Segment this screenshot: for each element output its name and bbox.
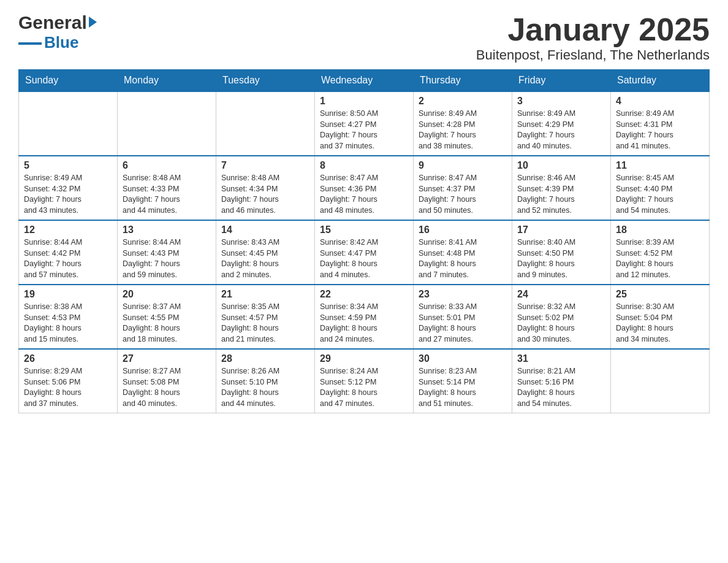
- day-number: 11: [616, 160, 704, 171]
- day-info: Sunrise: 8:33 AM Sunset: 5:01 PM Dayligh…: [419, 302, 507, 345]
- calendar-cell: [118, 91, 216, 156]
- calendar-cell: 9Sunrise: 8:47 AM Sunset: 4:37 PM Daylig…: [414, 156, 512, 220]
- calendar-cell: [19, 91, 118, 156]
- day-info: Sunrise: 8:24 AM Sunset: 5:12 PM Dayligh…: [320, 366, 408, 409]
- title-block: January 2025 Buitenpost, Friesland, The …: [476, 12, 710, 63]
- day-info: Sunrise: 8:48 AM Sunset: 4:33 PM Dayligh…: [123, 173, 211, 216]
- day-of-week-header: Tuesday: [216, 70, 315, 92]
- day-info: Sunrise: 8:44 AM Sunset: 4:43 PM Dayligh…: [123, 237, 211, 280]
- day-number: 15: [320, 224, 408, 236]
- day-info: Sunrise: 8:43 AM Sunset: 4:45 PM Dayligh…: [221, 237, 309, 280]
- day-info: Sunrise: 8:47 AM Sunset: 4:37 PM Dayligh…: [419, 173, 507, 216]
- day-info: Sunrise: 8:40 AM Sunset: 4:50 PM Dayligh…: [517, 237, 605, 280]
- day-number: 30: [419, 353, 507, 364]
- calendar-cell: [216, 91, 315, 156]
- day-info: Sunrise: 8:32 AM Sunset: 5:02 PM Dayligh…: [517, 302, 605, 345]
- page-title: January 2025: [476, 12, 710, 47]
- day-info: Sunrise: 8:26 AM Sunset: 5:10 PM Dayligh…: [221, 366, 309, 409]
- logo-blue-text: Blue: [44, 33, 78, 52]
- calendar-cell: 22Sunrise: 8:34 AM Sunset: 4:59 PM Dayli…: [315, 285, 414, 349]
- calendar-table: SundayMondayTuesdayWednesdayThursdayFrid…: [18, 69, 710, 413]
- day-number: 2: [419, 96, 507, 107]
- day-number: 6: [123, 160, 211, 171]
- day-info: Sunrise: 8:50 AM Sunset: 4:27 PM Dayligh…: [320, 109, 408, 151]
- day-info: Sunrise: 8:47 AM Sunset: 4:36 PM Dayligh…: [320, 173, 408, 216]
- calendar-cell: 16Sunrise: 8:41 AM Sunset: 4:48 PM Dayli…: [414, 220, 512, 285]
- day-of-week-header: Sunday: [19, 70, 118, 92]
- day-of-week-header: Thursday: [414, 70, 512, 92]
- logo-chevron-icon: [89, 17, 97, 28]
- day-info: Sunrise: 8:48 AM Sunset: 4:34 PM Dayligh…: [221, 173, 309, 216]
- day-number: 14: [221, 224, 309, 236]
- calendar-cell: 3Sunrise: 8:49 AM Sunset: 4:29 PM Daylig…: [512, 91, 611, 156]
- day-info: Sunrise: 8:44 AM Sunset: 4:42 PM Dayligh…: [24, 237, 112, 280]
- day-number: 19: [24, 289, 112, 300]
- calendar-cell: 28Sunrise: 8:26 AM Sunset: 5:10 PM Dayli…: [216, 349, 315, 413]
- page-header: General Blue January 2025 Buitenpost, Fr…: [18, 12, 710, 63]
- day-number: 29: [320, 353, 408, 364]
- day-number: 22: [320, 289, 408, 300]
- calendar-cell: 1Sunrise: 8:50 AM Sunset: 4:27 PM Daylig…: [315, 91, 414, 156]
- day-info: Sunrise: 8:46 AM Sunset: 4:39 PM Dayligh…: [517, 173, 605, 216]
- calendar-week-row: 26Sunrise: 8:29 AM Sunset: 5:06 PM Dayli…: [19, 349, 710, 413]
- calendar-cell: 24Sunrise: 8:32 AM Sunset: 5:02 PM Dayli…: [512, 285, 611, 349]
- day-number: 13: [123, 224, 211, 236]
- day-number: 27: [123, 353, 211, 364]
- calendar-cell: 13Sunrise: 8:44 AM Sunset: 4:43 PM Dayli…: [118, 220, 216, 285]
- day-info: Sunrise: 8:30 AM Sunset: 5:04 PM Dayligh…: [616, 302, 704, 345]
- calendar-body: 1Sunrise: 8:50 AM Sunset: 4:27 PM Daylig…: [19, 91, 710, 413]
- day-info: Sunrise: 8:29 AM Sunset: 5:06 PM Dayligh…: [24, 366, 112, 409]
- calendar-cell: 27Sunrise: 8:27 AM Sunset: 5:08 PM Dayli…: [118, 349, 216, 413]
- calendar-cell: 2Sunrise: 8:49 AM Sunset: 4:28 PM Daylig…: [414, 91, 512, 156]
- calendar-cell: 7Sunrise: 8:48 AM Sunset: 4:34 PM Daylig…: [216, 156, 315, 220]
- day-number: 8: [320, 160, 408, 171]
- day-number: 17: [517, 224, 605, 236]
- calendar-week-row: 19Sunrise: 8:38 AM Sunset: 4:53 PM Dayli…: [19, 285, 710, 349]
- day-number: 18: [616, 224, 704, 236]
- day-of-week-header: Saturday: [611, 70, 710, 92]
- calendar-cell: 8Sunrise: 8:47 AM Sunset: 4:36 PM Daylig…: [315, 156, 414, 220]
- calendar-cell: 26Sunrise: 8:29 AM Sunset: 5:06 PM Dayli…: [19, 349, 118, 413]
- day-number: 9: [419, 160, 507, 171]
- calendar-cell: 6Sunrise: 8:48 AM Sunset: 4:33 PM Daylig…: [118, 156, 216, 220]
- calendar-header: SundayMondayTuesdayWednesdayThursdayFrid…: [19, 70, 710, 92]
- day-number: 31: [517, 353, 605, 364]
- day-info: Sunrise: 8:41 AM Sunset: 4:48 PM Dayligh…: [419, 237, 507, 280]
- day-number: 25: [616, 289, 704, 300]
- day-info: Sunrise: 8:21 AM Sunset: 5:16 PM Dayligh…: [517, 366, 605, 409]
- day-number: 16: [419, 224, 507, 236]
- calendar-week-row: 12Sunrise: 8:44 AM Sunset: 4:42 PM Dayli…: [19, 220, 710, 285]
- day-number: 5: [24, 160, 112, 171]
- day-info: Sunrise: 8:49 AM Sunset: 4:29 PM Dayligh…: [517, 109, 605, 151]
- day-info: Sunrise: 8:45 AM Sunset: 4:40 PM Dayligh…: [616, 173, 704, 216]
- calendar-cell: 15Sunrise: 8:42 AM Sunset: 4:47 PM Dayli…: [315, 220, 414, 285]
- day-number: 23: [419, 289, 507, 300]
- calendar-cell: 5Sunrise: 8:49 AM Sunset: 4:32 PM Daylig…: [19, 156, 118, 220]
- day-info: Sunrise: 8:34 AM Sunset: 4:59 PM Dayligh…: [320, 302, 408, 345]
- day-number: 26: [24, 353, 112, 364]
- calendar-cell: 21Sunrise: 8:35 AM Sunset: 4:57 PM Dayli…: [216, 285, 315, 349]
- logo-bar: [18, 42, 42, 45]
- calendar-week-row: 5Sunrise: 8:49 AM Sunset: 4:32 PM Daylig…: [19, 156, 710, 220]
- day-info: Sunrise: 8:38 AM Sunset: 4:53 PM Dayligh…: [24, 302, 112, 345]
- day-number: 1: [320, 96, 408, 107]
- calendar-cell: 12Sunrise: 8:44 AM Sunset: 4:42 PM Dayli…: [19, 220, 118, 285]
- day-info: Sunrise: 8:49 AM Sunset: 4:31 PM Dayligh…: [616, 109, 704, 151]
- calendar-cell: 25Sunrise: 8:30 AM Sunset: 5:04 PM Dayli…: [611, 285, 710, 349]
- calendar-cell: [611, 349, 710, 413]
- day-number: 28: [221, 353, 309, 364]
- day-info: Sunrise: 8:27 AM Sunset: 5:08 PM Dayligh…: [123, 366, 211, 409]
- day-info: Sunrise: 8:23 AM Sunset: 5:14 PM Dayligh…: [419, 366, 507, 409]
- day-info: Sunrise: 8:37 AM Sunset: 4:55 PM Dayligh…: [123, 302, 211, 345]
- calendar-cell: 17Sunrise: 8:40 AM Sunset: 4:50 PM Dayli…: [512, 220, 611, 285]
- page-subtitle: Buitenpost, Friesland, The Netherlands: [476, 47, 710, 63]
- day-info: Sunrise: 8:49 AM Sunset: 4:28 PM Dayligh…: [419, 109, 507, 151]
- calendar-cell: 14Sunrise: 8:43 AM Sunset: 4:45 PM Dayli…: [216, 220, 315, 285]
- day-number: 21: [221, 289, 309, 300]
- day-of-week-header: Monday: [118, 70, 216, 92]
- calendar-cell: 20Sunrise: 8:37 AM Sunset: 4:55 PM Dayli…: [118, 285, 216, 349]
- day-info: Sunrise: 8:42 AM Sunset: 4:47 PM Dayligh…: [320, 237, 408, 280]
- calendar-cell: 4Sunrise: 8:49 AM Sunset: 4:31 PM Daylig…: [611, 91, 710, 156]
- day-number: 4: [616, 96, 704, 107]
- day-info: Sunrise: 8:39 AM Sunset: 4:52 PM Dayligh…: [616, 237, 704, 280]
